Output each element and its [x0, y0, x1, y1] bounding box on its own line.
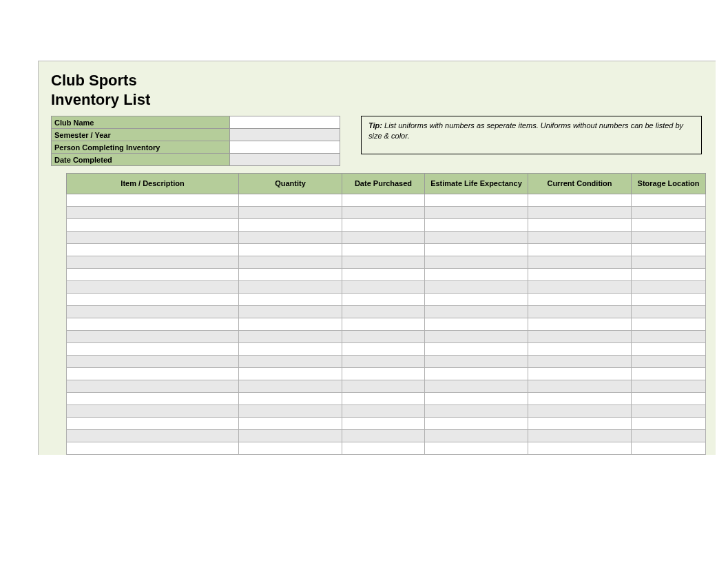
table-cell[interactable]	[528, 244, 632, 256]
table-cell[interactable]	[67, 393, 239, 405]
table-cell[interactable]	[239, 418, 342, 430]
table-cell[interactable]	[67, 281, 239, 294]
table-cell[interactable]	[528, 269, 632, 281]
table-cell[interactable]	[425, 442, 528, 455]
table-cell[interactable]	[342, 256, 425, 269]
table-cell[interactable]	[67, 306, 239, 318]
table-cell[interactable]	[632, 269, 706, 281]
table-cell[interactable]	[632, 418, 706, 430]
table-cell[interactable]	[425, 294, 528, 306]
table-cell[interactable]	[239, 442, 342, 455]
table-cell[interactable]	[528, 306, 632, 318]
table-cell[interactable]	[528, 331, 632, 343]
table-cell[interactable]	[528, 405, 632, 418]
table-cell[interactable]	[342, 442, 425, 455]
table-cell[interactable]	[632, 232, 706, 244]
table-cell[interactable]	[239, 219, 342, 232]
table-cell[interactable]	[528, 318, 632, 331]
table-cell[interactable]	[528, 393, 632, 405]
table-cell[interactable]	[342, 430, 425, 442]
table-cell[interactable]	[342, 418, 425, 430]
table-cell[interactable]	[239, 232, 342, 244]
table-cell[interactable]	[67, 207, 239, 219]
table-cell[interactable]	[342, 244, 425, 256]
table-cell[interactable]	[425, 318, 528, 331]
table-cell[interactable]	[528, 356, 632, 368]
table-cell[interactable]	[528, 368, 632, 380]
table-cell[interactable]	[239, 331, 342, 343]
table-cell[interactable]	[632, 244, 706, 256]
table-cell[interactable]	[425, 194, 528, 207]
table-cell[interactable]	[239, 430, 342, 442]
table-cell[interactable]	[425, 281, 528, 294]
table-cell[interactable]	[342, 207, 425, 219]
table-cell[interactable]	[425, 269, 528, 281]
table-cell[interactable]	[425, 331, 528, 343]
table-cell[interactable]	[342, 269, 425, 281]
table-cell[interactable]	[67, 194, 239, 207]
table-cell[interactable]	[632, 430, 706, 442]
table-cell[interactable]	[67, 256, 239, 269]
table-cell[interactable]	[632, 405, 706, 418]
table-cell[interactable]	[528, 380, 632, 393]
semester-year-input[interactable]	[230, 129, 340, 141]
table-cell[interactable]	[342, 281, 425, 294]
table-cell[interactable]	[528, 219, 632, 232]
table-cell[interactable]	[425, 380, 528, 393]
table-cell[interactable]	[528, 207, 632, 219]
table-cell[interactable]	[528, 232, 632, 244]
table-cell[interactable]	[425, 343, 528, 356]
table-cell[interactable]	[528, 281, 632, 294]
table-cell[interactable]	[239, 269, 342, 281]
table-cell[interactable]	[239, 244, 342, 256]
table-cell[interactable]	[67, 405, 239, 418]
table-cell[interactable]	[67, 232, 239, 244]
table-cell[interactable]	[425, 368, 528, 380]
table-cell[interactable]	[67, 368, 239, 380]
table-cell[interactable]	[67, 343, 239, 356]
table-cell[interactable]	[632, 393, 706, 405]
table-cell[interactable]	[67, 244, 239, 256]
table-cell[interactable]	[67, 331, 239, 343]
table-cell[interactable]	[425, 418, 528, 430]
table-cell[interactable]	[67, 430, 239, 442]
table-cell[interactable]	[239, 318, 342, 331]
table-cell[interactable]	[632, 207, 706, 219]
table-cell[interactable]	[342, 219, 425, 232]
table-cell[interactable]	[342, 343, 425, 356]
table-cell[interactable]	[67, 294, 239, 306]
table-cell[interactable]	[425, 232, 528, 244]
table-cell[interactable]	[632, 380, 706, 393]
table-cell[interactable]	[239, 256, 342, 269]
club-name-input[interactable]	[230, 116, 340, 129]
table-cell[interactable]	[239, 393, 342, 405]
table-cell[interactable]	[239, 294, 342, 306]
table-cell[interactable]	[342, 368, 425, 380]
table-cell[interactable]	[425, 356, 528, 368]
table-cell[interactable]	[632, 219, 706, 232]
table-cell[interactable]	[425, 405, 528, 418]
table-cell[interactable]	[67, 269, 239, 281]
table-cell[interactable]	[425, 306, 528, 318]
table-cell[interactable]	[239, 281, 342, 294]
table-cell[interactable]	[632, 306, 706, 318]
table-cell[interactable]	[528, 418, 632, 430]
table-cell[interactable]	[425, 256, 528, 269]
table-cell[interactable]	[67, 356, 239, 368]
table-cell[interactable]	[67, 380, 239, 393]
table-cell[interactable]	[342, 393, 425, 405]
table-cell[interactable]	[67, 219, 239, 232]
table-cell[interactable]	[528, 294, 632, 306]
table-cell[interactable]	[342, 194, 425, 207]
table-cell[interactable]	[528, 194, 632, 207]
table-cell[interactable]	[632, 368, 706, 380]
table-cell[interactable]	[632, 281, 706, 294]
table-cell[interactable]	[342, 306, 425, 318]
table-cell[interactable]	[425, 219, 528, 232]
table-cell[interactable]	[67, 442, 239, 455]
table-cell[interactable]	[342, 294, 425, 306]
table-cell[interactable]	[342, 232, 425, 244]
table-cell[interactable]	[342, 318, 425, 331]
table-cell[interactable]	[632, 294, 706, 306]
table-cell[interactable]	[425, 393, 528, 405]
